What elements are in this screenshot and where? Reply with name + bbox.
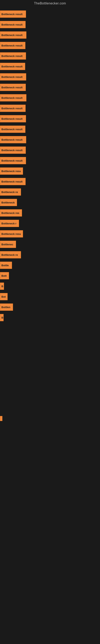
bottleneck-bar-15: Bottleneck resu (0, 168, 23, 175)
bottleneck-bar-label-5: Bottleneck result (1, 65, 22, 68)
bottleneck-bar-label-11: Bottleneck result (1, 128, 22, 131)
bottleneck-bar-label-3: Bottleneck result (1, 44, 22, 47)
bar-row-22: Bottlenec (0, 239, 100, 250)
bottleneck-bar-label-18: Bottleneck (1, 201, 15, 204)
bar-row-20: Bottleneck r (0, 218, 100, 228)
empty-section (0, 325, 100, 385)
bottleneck-bar-16: Bottleneck result (0, 178, 26, 185)
bottleneck-bar-label-29: B (1, 316, 3, 319)
bottleneck-bar-label-16: Bottleneck result (1, 180, 22, 183)
bottleneck-bar-label-0: Bottleneck result (1, 13, 22, 16)
bottleneck-bar-label-26: B (1, 285, 3, 288)
bar-row-15: Bottleneck resu (0, 166, 100, 176)
bottleneck-bar-14: Bottleneck result (0, 157, 26, 164)
bottleneck-bar-12: Bottleneck result (0, 136, 26, 143)
bottleneck-bar-label-21: Bottleneck resu (1, 232, 21, 236)
bottleneck-bar-label-9: Bottleneck result (1, 107, 22, 110)
bottleneck-bar-label-27: Bot (1, 295, 6, 298)
bar-row-23: Bottleneck re (0, 250, 100, 260)
bottleneck-bar-17: Bottleneck re (0, 188, 21, 196)
bar-row-29: B (0, 312, 100, 323)
bottleneck-bar-label-23: Bottleneck re (1, 253, 18, 256)
bottleneck-bar-19: Bottleneck res (0, 209, 22, 216)
bottleneck-bar-29: B (0, 314, 3, 321)
bar-row-4: Bottleneck result (0, 51, 100, 61)
bottleneck-bar-label-20: Bottleneck r (1, 222, 16, 225)
bar-row-6: Bottleneck result (0, 72, 100, 82)
bar-row-24: Bottle (0, 260, 100, 270)
bottleneck-bar-label-12: Bottleneck result (1, 138, 22, 141)
bottleneck-bar-27: Bot (0, 293, 8, 300)
bottleneck-bar-4: Bottleneck result (0, 52, 26, 60)
tiny-bar-row-extra (0, 413, 100, 424)
bar-row-17: Bottleneck re (0, 187, 100, 197)
bottleneck-bar-21: Bottleneck resu (0, 230, 23, 238)
bottleneck-bar-7: Bottleneck result (0, 84, 26, 91)
bottleneck-bar-22: Bottlenec (0, 241, 16, 248)
site-title: TheBottlenecker.com (0, 0, 100, 7)
bottleneck-bar-0: Bottleneck result (0, 10, 26, 18)
bottleneck-bar-3: Bottleneck result (0, 42, 25, 49)
bar-row-26: B (0, 281, 100, 292)
bar-row-19: Bottleneck res (0, 208, 100, 218)
bottleneck-bar-20: Bottleneck r (0, 220, 19, 227)
bottleneck-bar-24: Bottle (0, 262, 12, 269)
bottleneck-bar-11: Bottleneck result (0, 126, 25, 133)
bar-row-2: Bottleneck result (0, 30, 100, 40)
bar-row-11: Bottleneck result (0, 124, 100, 134)
bar-row-16: Bottleneck result (0, 176, 100, 187)
bottleneck-bar-8: Bottleneck result (0, 94, 26, 102)
bottleneck-bar-9: Bottleneck result (0, 105, 26, 112)
bottleneck-bar-5: Bottleneck result (0, 63, 25, 70)
bar-row-9: Bottleneck result (0, 103, 100, 114)
bottleneck-bar-label-2: Bottleneck result (1, 34, 22, 37)
bottleneck-bar-label-4: Bottleneck result (1, 54, 22, 58)
bottleneck-bar-26: B (0, 282, 4, 290)
bar-row-10: Bottleneck result (0, 114, 100, 124)
bar-row-25: Bott (0, 270, 100, 281)
bottleneck-bar-2: Bottleneck result (0, 32, 26, 39)
bottleneck-bar-label-25: Bott (1, 274, 7, 277)
bottleneck-bar-label-14: Bottleneck result (1, 159, 22, 162)
bottleneck-bar-label-7: Bottleneck result (1, 86, 22, 89)
bar-row-21: Bottleneck resu (0, 228, 100, 239)
bottleneck-bar-label-8: Bottleneck result (1, 96, 22, 100)
bar-row-3: Bottleneck result (0, 40, 100, 51)
bars-container: Bottleneck resultBottleneck resultBottle… (0, 7, 100, 325)
bottleneck-bar-label-19: Bottleneck res (1, 212, 19, 214)
bar-row-7: Bottleneck result (0, 82, 100, 92)
bottleneck-bar-label-24: Bottle (1, 264, 9, 267)
bottleneck-bar-label-22: Bottlenec (1, 243, 13, 246)
bottleneck-bar-13: Bottleneck result (0, 146, 26, 154)
bottleneck-bar-label-6: Bottleneck result (1, 76, 22, 78)
bar-row-18: Bottleneck (0, 197, 100, 208)
bar-row-5: Bottleneck result (0, 61, 100, 72)
site-title-container: TheBottlenecker.com (0, 0, 100, 7)
bar-row-0: Bottleneck result (0, 9, 100, 19)
bottleneck-bar-6: Bottleneck result (0, 73, 26, 80)
bottleneck-bar-label-10: Bottleneck result (1, 117, 22, 120)
bottleneck-bar-10: Bottleneck result (0, 115, 26, 122)
bottleneck-bar-label-1: Bottleneck result (1, 23, 22, 26)
bar-row-12: Bottleneck result (0, 134, 100, 145)
bottleneck-bar-23: Bottleneck re (0, 251, 21, 258)
bar-row-14: Bottleneck result (0, 155, 100, 166)
bar-row-8: Bottleneck result (0, 92, 100, 103)
bar-row-28: Bottlen (0, 302, 100, 312)
bottleneck-bar-1: Bottleneck result (0, 21, 26, 28)
bottleneck-bar-label-28: Bottlen (1, 306, 10, 309)
bar-row-1: Bottleneck result (0, 19, 100, 30)
bottleneck-bar-18: Bottleneck (0, 199, 17, 206)
bottleneck-bar-label-17: Bottleneck re (1, 190, 18, 194)
bar-row-27: Bot (0, 292, 100, 302)
bottleneck-bar-25: Bott (0, 272, 9, 279)
tiny-bar-extra (0, 416, 2, 421)
bottleneck-bar-label-13: Bottleneck result (1, 149, 22, 152)
bottleneck-bar-28: Bottlen (0, 304, 13, 311)
bottleneck-bar-label-15: Bottleneck resu (1, 170, 21, 173)
bar-row-13: Bottleneck result (0, 145, 100, 155)
